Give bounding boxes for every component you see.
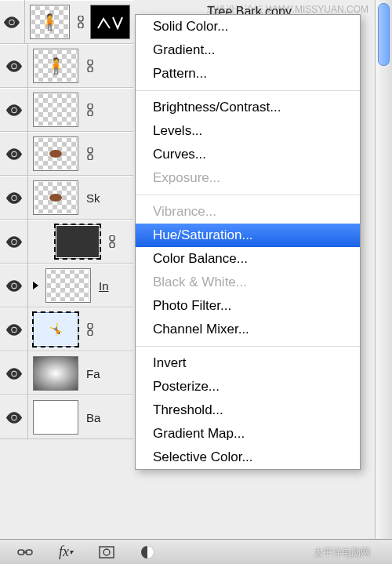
layer-row[interactable]: Fa <box>0 351 133 395</box>
layer-row[interactable]: Sk <box>0 176 133 220</box>
eye-icon <box>5 192 23 204</box>
visibility-toggle[interactable] <box>0 88 28 132</box>
visibility-toggle[interactable] <box>0 220 28 264</box>
svg-rect-4 <box>88 60 93 65</box>
menu-item-solid-color[interactable]: Solid Color... <box>136 15 360 38</box>
layer-label[interactable]: In <box>96 279 133 293</box>
menu-item-pattern[interactable]: Pattern... <box>136 62 360 86</box>
adjustment-layer-thumbnail[interactable] <box>55 224 100 259</box>
layer-row[interactable] <box>0 220 133 264</box>
layer-thumbnail[interactable] <box>33 356 78 391</box>
layer-label[interactable]: Ba <box>83 411 133 424</box>
layer-row[interactable]: 🧍 <box>0 0 133 44</box>
menu-item-exposure: Exposure... <box>136 166 360 190</box>
menu-separator <box>136 195 360 195</box>
menu-item-color-balance[interactable]: Color Balance... <box>136 247 360 271</box>
layer-row[interactable]: 🧍 <box>0 44 133 88</box>
link-icon[interactable] <box>105 235 119 248</box>
layers-panel: 🧍 🧍 <box>0 0 392 564</box>
scrollbar-thumb[interactable] <box>378 3 390 66</box>
svg-rect-25 <box>100 547 114 558</box>
watermark-bottom: 太平洋电脑网 <box>314 546 370 559</box>
svg-point-13 <box>12 239 16 244</box>
menu-item-hue-saturation[interactable]: Hue/Saturation... <box>136 224 360 247</box>
thumb-content: 🧍 <box>40 13 60 31</box>
visibility-toggle[interactable] <box>0 176 28 220</box>
visibility-toggle[interactable] <box>0 264 28 307</box>
thumb-content: 🧍 <box>46 56 66 75</box>
menu-item-photo-filter[interactable]: Photo Filter... <box>136 294 360 318</box>
visibility-toggle[interactable] <box>0 44 28 88</box>
watermark-top: 思缘设计论坛 WWW.MISSYUAN.COM <box>207 3 368 16</box>
layer-label[interactable]: Sk <box>83 191 133 205</box>
menu-item-black-white: Black & White... <box>136 271 360 294</box>
menu-separator <box>136 346 360 347</box>
layer-thumbnail[interactable] <box>45 268 91 303</box>
layer-group-row[interactable]: In <box>0 264 133 307</box>
vertical-scrollbar[interactable] <box>375 0 392 540</box>
visibility-toggle[interactable] <box>0 395 28 439</box>
layer-thumbnail[interactable] <box>33 136 78 171</box>
layer-label[interactable]: Fa <box>83 367 133 380</box>
menu-item-selective-color[interactable]: Selective Color... <box>136 446 360 469</box>
expand-toggle[interactable] <box>30 280 41 291</box>
link-icon[interactable] <box>83 60 97 72</box>
thumb-content: 🤸 <box>45 319 67 340</box>
triangle-right-icon <box>33 282 38 289</box>
layer-thumbnail[interactable] <box>33 400 78 435</box>
svg-point-21 <box>12 415 16 420</box>
visibility-toggle[interactable] <box>0 307 28 351</box>
menu-separator <box>136 90 360 91</box>
new-adjustment-layer-button[interactable] <box>138 543 157 562</box>
svg-point-0 <box>10 20 15 24</box>
eye-icon <box>5 236 23 248</box>
visibility-toggle[interactable] <box>0 0 25 44</box>
visibility-toggle[interactable] <box>0 132 28 176</box>
menu-item-curves[interactable]: Curves... <box>136 143 360 166</box>
svg-point-26 <box>103 549 110 555</box>
svg-rect-15 <box>110 242 114 248</box>
link-layers-button[interactable] <box>16 543 34 562</box>
eye-icon <box>5 104 23 116</box>
layer-thumbnail[interactable]: 🧍 <box>30 5 70 39</box>
svg-rect-19 <box>88 330 93 336</box>
eye-icon <box>5 148 23 160</box>
menu-item-gradient[interactable]: Gradient... <box>136 38 360 62</box>
visibility-toggle[interactable] <box>0 351 28 395</box>
layer-thumbnail[interactable]: 🧍 <box>33 49 78 83</box>
svg-point-3 <box>12 64 16 68</box>
menu-item-invert[interactable]: Invert <box>136 351 360 375</box>
eye-icon <box>5 412 23 424</box>
menu-item-gradient-map[interactable]: Gradient Map... <box>136 422 360 446</box>
thumb-content <box>49 150 62 158</box>
menu-item-threshold[interactable]: Threshold... <box>136 398 360 422</box>
layer-mask[interactable] <box>90 5 130 39</box>
add-mask-button[interactable] <box>97 543 116 562</box>
link-icon[interactable] <box>83 104 97 116</box>
svg-rect-11 <box>88 155 93 160</box>
eye-icon <box>5 280 23 292</box>
layer-row[interactable] <box>0 88 133 132</box>
eye-icon <box>5 368 23 380</box>
eye-icon <box>5 60 23 72</box>
layer-thumbnail[interactable] <box>33 93 78 127</box>
layer-thumbnail-selected[interactable]: 🤸 <box>33 312 78 347</box>
layer-row[interactable] <box>0 132 133 176</box>
menu-item-levels[interactable]: Levels... <box>136 119 360 143</box>
layer-fx-button[interactable]: fx▾ <box>56 543 75 562</box>
link-icon[interactable] <box>83 147 97 160</box>
svg-point-16 <box>12 283 16 288</box>
link-icon[interactable] <box>74 16 87 28</box>
layer-row-selected[interactable]: 🤸 <box>0 307 133 351</box>
menu-item-brightness-contrast[interactable]: Brightness/Contrast... <box>136 96 360 119</box>
eye-icon <box>3 16 20 28</box>
svg-point-9 <box>12 151 16 156</box>
thumb-content <box>34 357 78 390</box>
thumb-content <box>49 194 62 202</box>
menu-item-posterize[interactable]: Posterize... <box>136 375 360 398</box>
layer-row[interactable]: Ba <box>0 395 133 439</box>
menu-item-channel-mixer[interactable]: Channel Mixer... <box>136 318 360 341</box>
layer-thumbnail[interactable] <box>33 180 78 215</box>
link-icon[interactable] <box>83 323 97 336</box>
svg-rect-8 <box>88 111 93 116</box>
